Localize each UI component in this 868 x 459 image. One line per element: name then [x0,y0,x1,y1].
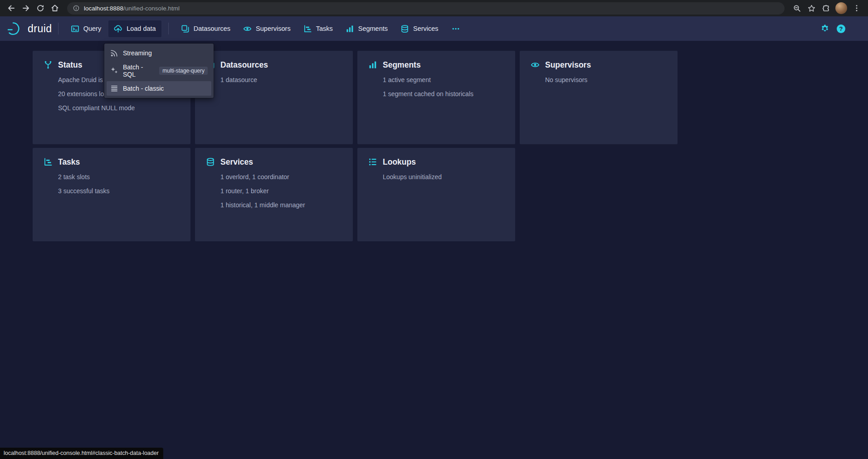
zoom-icon [793,4,801,13]
home-icon [50,4,59,13]
card-services[interactable]: Services 1 overlord, 1 coordinator 1 rou… [195,148,353,241]
nav-supervisors[interactable]: Supervisors [238,20,296,37]
header-separator [168,23,169,34]
site-info-icon[interactable] [73,5,80,12]
card-line: 1 historical, 1 middle manager [220,201,342,209]
nav-label: Segments [358,25,388,32]
refresh-button[interactable] [34,1,47,15]
nav-tasks[interactable]: Tasks [298,20,338,37]
extensions-button[interactable] [819,1,833,15]
druid-logo[interactable]: druid [7,21,52,36]
segments-barchart-icon [368,60,377,69]
nav-datasources[interactable]: Datasources [176,20,236,37]
home-button[interactable] [48,1,62,15]
card-segments[interactable]: Segments 1 active segment 1 segment cach… [357,51,515,144]
extensions-puzzle-icon [822,4,830,13]
card-title: Datasources [220,60,268,69]
browser-toolbar: localhost:8888/unified-console.html [0,0,868,16]
url-text: localhost:8888/unified-console.html [84,5,180,12]
status-fork-icon [44,60,53,69]
card-datasources[interactable]: Datasources 1 datasource [195,51,353,144]
nav-segments[interactable]: Segments [340,20,393,37]
card-supervisors[interactable]: Supervisors No supervisors [520,51,678,144]
menu-item-label: Streaming [123,49,152,57]
more-ellipsis-icon [451,24,460,33]
nav-label: Load data [127,25,156,32]
card-line: 1 router, 1 broker [220,187,342,195]
menu-item-streaming[interactable]: Streaming [107,46,211,60]
card-title: Services [220,157,253,166]
zoom-button[interactable] [790,1,804,15]
stacked-lines-icon [110,84,118,93]
help-icon[interactable]: ? [837,24,845,33]
kebab-menu-icon [853,4,861,12]
supervisors-eye-icon [531,60,540,69]
settings-gear-icon[interactable] [820,24,829,33]
card-line: 1 datasource [220,76,342,83]
nav-services[interactable]: Services [395,20,444,37]
url-path: /unified-console.html [123,5,180,12]
card-title: Status [58,60,82,69]
back-button[interactable] [5,1,18,15]
nav-query[interactable]: Query [65,20,107,37]
nav-label: Datasources [194,25,230,32]
query-icon [71,24,79,33]
link-status-tooltip: localhost:8888/unified-console.html#clas… [0,448,163,459]
lookups-properties-icon [368,157,377,166]
back-icon [7,4,16,13]
card-line: 1 overlord, 1 coordinator [220,173,342,181]
card-line: No supervisors [545,76,667,83]
datasources-icon [181,24,190,33]
browser-menu-button[interactable] [850,1,863,15]
streaming-feed-icon [110,49,118,57]
card-lookups[interactable]: Lookups Lookups uninitialized [357,148,515,241]
menu-item-label: Batch - classic [123,85,164,92]
card-line: 1 segment cached on historicals [383,90,504,98]
menu-item-batch-classic[interactable]: Batch - classic [107,81,211,96]
menu-item-label: Batch - SQL [123,63,155,78]
tasks-gantt-icon [44,157,53,166]
menu-item-batch-sql[interactable]: Batch - SQL multi-stage-query [107,60,211,81]
avatar[interactable] [835,2,847,14]
nav-load-data[interactable]: Load data [108,20,161,37]
card-title: Lookups [383,157,416,166]
supervisors-eye-icon [243,24,252,33]
druid-logo-icon [7,21,24,36]
services-database-icon [206,157,215,166]
load-data-icon [114,24,122,33]
card-line: 3 successful tasks [58,187,180,195]
load-data-menu: Streaming Batch - SQL multi-stage-query … [104,44,214,98]
nav-more-button[interactable] [446,20,466,37]
nav-label: Tasks [316,25,333,32]
card-line: SQL compliant NULL mode [58,104,180,112]
multi-stage-query-tag: multi-stage-query [159,67,208,75]
card-tasks[interactable]: Tasks 2 task slots 3 successful tasks [33,148,190,241]
forward-button[interactable] [19,1,33,15]
card-line: 1 active segment [383,76,504,83]
home-view: Status Apache Druid is 20 extensions loa… [0,41,868,459]
bookmark-button[interactable] [805,1,818,15]
tasks-gantt-icon [303,24,312,33]
nav-label: Services [413,25,439,32]
card-line: Lookups uninitialized [383,173,504,181]
url-host: localhost:8888 [84,5,123,12]
card-line: 2 task slots [58,173,180,181]
nav-label: Query [83,25,102,32]
card-title: Supervisors [545,60,591,69]
sparkle-icon [110,67,118,75]
app-header: druid Query Load data Datasources Superv… [0,16,868,41]
logo-text: druid [28,23,52,35]
nav-label: Supervisors [256,25,291,32]
services-database-icon [400,24,409,33]
card-title: Segments [383,60,421,69]
segments-barchart-icon [346,24,354,33]
url-bar[interactable]: localhost:8888/unified-console.html [67,2,785,15]
refresh-icon [36,4,45,13]
star-icon [807,4,816,13]
header-separator [58,23,59,34]
card-title: Tasks [58,157,80,166]
forward-icon [21,4,30,13]
